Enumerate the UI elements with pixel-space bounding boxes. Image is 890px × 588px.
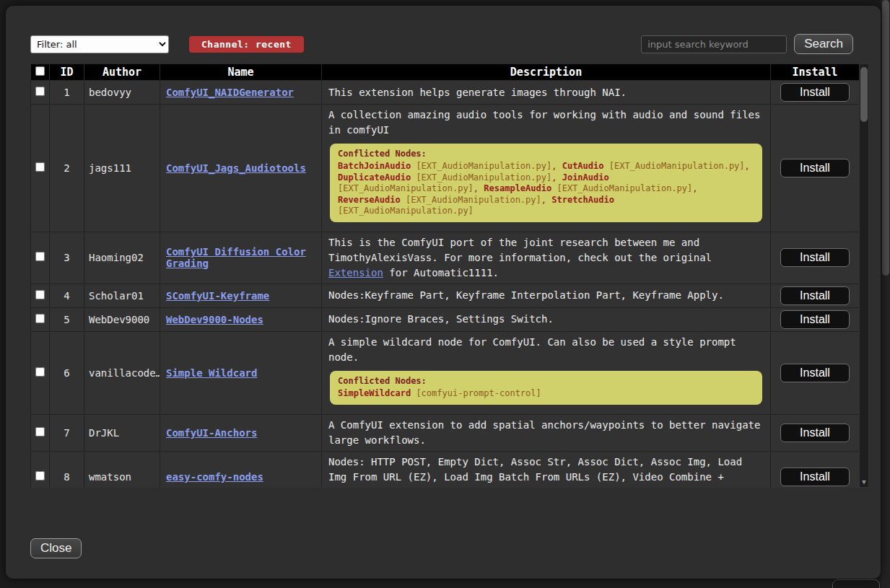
row-author: Scholar01 — [84, 284, 160, 307]
conflict-node-name: ReverseAudio — [338, 195, 401, 205]
row-name-cell: ComfyUI-Anchors — [160, 414, 322, 451]
close-button[interactable]: Close — [30, 538, 82, 558]
conflict-node-name: DuplicateAudio — [338, 172, 411, 183]
install-button[interactable]: Install — [780, 310, 850, 329]
conflicted-nodes-box: Conflicted Nodes:BatchJoinAudio [EXT_Aud… — [330, 144, 762, 222]
row-name-cell: ComfyUI_Jags_Audiotools — [160, 105, 322, 232]
description-text: This extension helps generate images thr… — [328, 85, 764, 100]
row-description-cell: Nodes:Keyframe Part, Keyframe Interpolat… — [322, 284, 771, 307]
install-button[interactable]: Install — [780, 286, 850, 305]
row-name-cell: easy-comfy-nodes — [160, 451, 322, 488]
row-install-cell: Install — [771, 284, 860, 307]
node-name-link[interactable]: ComfyUI Diffusion Color Grading — [166, 246, 306, 269]
page-background: Filter: all Channel: recent Search ID — [0, 0, 890, 588]
node-name-link[interactable]: ComfyUI_Jags_Audiotools — [166, 162, 306, 174]
table-container: ID Author Name Description Install 1bedo… — [30, 63, 869, 488]
row-name-cell: WebDev9000-Nodes — [160, 307, 322, 331]
page-scrollbar-thumb[interactable] — [882, 0, 889, 276]
row-checkbox[interactable] — [35, 471, 45, 481]
row-author: vanillacode… — [84, 331, 160, 414]
conflict-node-source: [EXT_AudioManipulation.py] — [338, 183, 474, 193]
header-id: ID — [50, 64, 84, 81]
row-id: 7 — [50, 414, 84, 451]
row-checkbox[interactable] — [35, 427, 45, 436]
description-text: A simple wildcard node for ComfyUI. Can … — [328, 335, 764, 365]
node-name-link[interactable]: SComfyUI-Keyframe — [166, 290, 269, 302]
row-checkbox[interactable] — [35, 162, 45, 172]
row-description-cell: A collection amazing audio tools for wor… — [322, 105, 771, 232]
table-header-row: ID Author Name Description Install — [31, 64, 860, 81]
install-button[interactable]: Install — [780, 248, 850, 267]
search-input[interactable] — [641, 35, 787, 53]
row-name-cell: Simple Wildcard — [160, 331, 322, 414]
table-scrollbar-thumb[interactable] — [860, 67, 868, 122]
row-checkbox-cell — [31, 307, 50, 331]
row-id: 3 — [50, 232, 84, 284]
custom-nodes-dialog: Filter: all Channel: recent Search ID — [6, 6, 881, 579]
header-checkbox-cell — [31, 64, 50, 81]
table-row: 7DrJKLComfyUI-AnchorsA ComfyUI extension… — [31, 414, 860, 451]
row-checkbox[interactable] — [35, 314, 45, 323]
row-author: WebDev9000 — [84, 307, 160, 331]
row-author: bedovyy — [84, 81, 160, 105]
install-button[interactable]: Install — [780, 364, 850, 382]
select-all-checkbox[interactable] — [35, 66, 45, 76]
row-description-cell: A simple wildcard node for ComfyUI. Can … — [322, 331, 771, 414]
conflict-node-source: [EXT_AudioManipulation.py] — [603, 161, 744, 171]
description-text: Nodes: HTTP POST, Empty Dict, Assoc Str,… — [328, 455, 764, 488]
row-checkbox[interactable] — [35, 290, 45, 299]
row-install-cell: Install — [771, 105, 860, 232]
install-button[interactable]: Install — [780, 468, 850, 486]
dialog-toolbar: Filter: all Channel: recent Search — [6, 6, 881, 61]
row-name-cell: ComfyUI Diffusion Color Grading — [160, 232, 322, 284]
search-button[interactable]: Search — [794, 34, 853, 54]
node-name-link[interactable]: WebDev9000-Nodes — [166, 314, 263, 325]
row-name-cell: SComfyUI-Keyframe — [160, 284, 322, 307]
node-name-link[interactable]: ComfyUI_NAIDGenerator — [166, 87, 294, 98]
row-id: 6 — [50, 331, 84, 414]
row-author: jags111 — [84, 105, 160, 232]
row-description-cell: Nodes: HTTP POST, Empty Dict, Assoc Str,… — [322, 451, 771, 488]
conflicted-nodes-title: Conflicted Nodes: — [338, 149, 754, 159]
custom-nodes-table: ID Author Name Description Install 1bedo… — [30, 63, 860, 488]
table-row: 2jags111ComfyUI_Jags_AudiotoolsA collect… — [31, 105, 860, 232]
node-name-link[interactable]: ComfyUI-Anchors — [166, 427, 257, 439]
header-name: Name — [160, 64, 322, 81]
table-row: 6vanillacode…Simple WildcardA simple wil… — [31, 331, 860, 414]
node-name-link[interactable]: Simple Wildcard — [166, 367, 257, 379]
row-checkbox-cell — [31, 451, 50, 488]
table-body: 1bedovyyComfyUI_NAIDGeneratorThis extens… — [31, 81, 860, 488]
page-scrollbar[interactable] — [881, 0, 890, 588]
background-partial-button — [832, 579, 880, 588]
install-button[interactable]: Install — [780, 83, 850, 102]
row-description-cell: Nodes:Ignore Braces, Settings Switch. — [322, 307, 771, 331]
row-checkbox[interactable] — [35, 252, 45, 261]
header-install: Install — [771, 64, 860, 81]
description-link[interactable]: Extension — [328, 267, 383, 278]
conflicted-nodes-title: Conflicted Nodes: — [338, 376, 754, 386]
node-name-link[interactable]: easy-comfy-nodes — [166, 471, 263, 483]
filter-select[interactable]: Filter: all — [30, 35, 169, 53]
scrollbar-down-arrow-icon[interactable]: ▼ — [860, 478, 868, 486]
row-id: 1 — [50, 81, 84, 105]
row-checkbox[interactable] — [35, 87, 45, 96]
row-description-cell: This extension helps generate images thr… — [322, 81, 771, 105]
row-id: 5 — [50, 307, 84, 331]
description-text: A ComfyUI extension to add spatial ancho… — [328, 418, 764, 448]
row-description-cell: A ComfyUI extension to add spatial ancho… — [322, 414, 771, 451]
install-button[interactable]: Install — [780, 159, 850, 177]
row-author: wmatson — [84, 451, 160, 488]
conflict-node-name: JoinAudio — [562, 172, 609, 183]
row-checkbox[interactable] — [35, 367, 45, 377]
install-button[interactable]: Install — [780, 424, 850, 442]
row-id: 4 — [50, 284, 84, 307]
description-text: Nodes:Ignore Braces, Settings Switch. — [328, 312, 764, 327]
header-description: Description — [322, 64, 771, 81]
row-install-cell: Install — [771, 81, 860, 105]
conflict-node-name: StretchAudio — [551, 195, 614, 205]
table-scrollbar[interactable]: ▼ — [859, 63, 869, 488]
row-name-cell: ComfyUI_NAIDGenerator — [160, 81, 322, 105]
row-checkbox-cell — [31, 414, 50, 451]
conflict-node-source: [EXT_AudioManipulation.py] — [338, 206, 474, 216]
row-checkbox-cell — [31, 105, 50, 232]
